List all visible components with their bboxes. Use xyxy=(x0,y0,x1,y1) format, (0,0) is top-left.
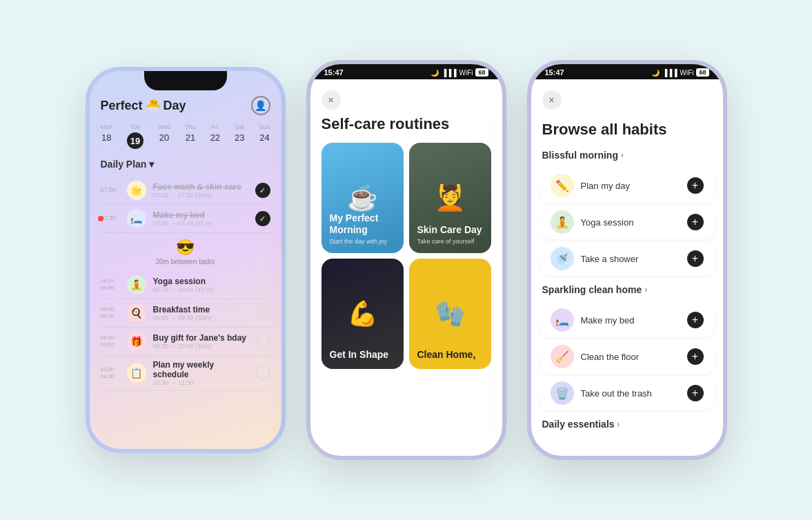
habit-icon-floor: 🧹 xyxy=(551,345,574,368)
section-daily-essentials[interactable]: Daily essentials › xyxy=(531,416,723,435)
daily-plan-label: Daily Plan xyxy=(101,159,147,170)
app-title: Perfect 🐣 Day xyxy=(101,98,186,113)
habit-icon-yoga: 🧘 xyxy=(551,210,574,234)
task-check[interactable] xyxy=(255,334,270,349)
self-care-title: Self-care routines xyxy=(310,115,502,143)
card-subtitle: Take care of yourself xyxy=(417,238,483,245)
task-info: Make my bed 07:30 → 07:45 (15 m) xyxy=(153,210,248,227)
cal-day-tue[interactable]: Tue 19 xyxy=(127,123,143,149)
task-check[interactable] xyxy=(255,306,270,321)
cal-label: Sat xyxy=(235,123,245,130)
chevron-down-icon: ▾ xyxy=(149,159,154,170)
habit-icon-shower: 🚿 xyxy=(551,247,574,270)
chick-emoji: 🐣 xyxy=(146,98,161,113)
moon-icon-3: 🌙 xyxy=(651,69,660,77)
card-title: Skin Care Day xyxy=(417,224,483,236)
section-clean-home[interactable]: Sparkling clean home › xyxy=(531,281,723,301)
card-skincare[interactable]: 💆 Skin Care Day Take care of yourself xyxy=(409,143,491,253)
habit-add-button[interactable]: + xyxy=(687,348,704,365)
phone3-content: × Browse all habits Blissful morning › ✏… xyxy=(531,79,723,441)
habit-take-shower[interactable]: 🚿 Take a shower + xyxy=(539,241,715,276)
task-check[interactable]: ✓ xyxy=(255,211,270,226)
task-gift[interactable]: 09:3010:00 🎁 Buy gift for Jane's bday 09… xyxy=(101,328,270,356)
notch-1 xyxy=(144,71,227,90)
task-time: 07:00 xyxy=(101,186,120,194)
break-label: 30m between tasks xyxy=(155,258,215,266)
habit-name-floor: Clean the floor xyxy=(581,352,680,362)
battery-badge: 68 xyxy=(475,68,488,77)
task-info: Yoga session 08:15 → 09:00 (45 m) xyxy=(153,277,248,293)
task-name: Breakfast time xyxy=(153,305,248,314)
habit-name-trash: Take out the trash xyxy=(581,388,680,399)
task-check[interactable] xyxy=(255,277,270,292)
cal-day-mon[interactable]: Mon 18 xyxy=(101,123,113,149)
chevron-right-icon: › xyxy=(621,150,624,160)
habit-add-button[interactable]: + xyxy=(687,214,704,230)
section-blissful-morning[interactable]: Blissful morning › xyxy=(531,147,723,166)
chevron-right-icon: › xyxy=(617,419,620,429)
task-sub: 07:30 → 07:45 (15 m) xyxy=(153,220,248,227)
task-time: 10:3011:30 xyxy=(101,366,120,381)
task-check[interactable] xyxy=(255,366,270,381)
close-button-2[interactable]: × xyxy=(321,90,341,110)
browse-habits-title: Browse all habits xyxy=(531,115,723,147)
task-make-bed[interactable]: 07:30 🛏️ Make my bed 07:30 → 07:45 (15 m… xyxy=(101,205,270,233)
card-title: Get In Shape xyxy=(330,349,395,361)
task-info: Plan my weekly schedule 10:30 → 11:30 xyxy=(153,360,248,386)
task-time: 07:30 xyxy=(101,214,120,223)
task-sub: 07:00 → 07:30 (30m) xyxy=(153,192,248,199)
app-header: Perfect 🐣 Day 👤 xyxy=(101,96,270,115)
cal-num: 23 xyxy=(235,132,244,143)
habit-add-button[interactable]: + xyxy=(687,312,704,328)
time-3: 15:47 xyxy=(545,68,564,77)
time-2: 15:47 xyxy=(324,68,344,77)
profile-icon[interactable]: 👤 xyxy=(251,96,270,115)
cal-day-fri[interactable]: Fri 22 xyxy=(210,123,220,149)
status-icons-3: 🌙 ▐▐▐ WiFi 68 xyxy=(651,68,709,77)
cal-label: Thu xyxy=(185,123,196,130)
habit-plan-my-day[interactable]: ✏️ Plan my day + xyxy=(539,168,715,203)
task-yoga[interactable]: 08:1509:00 🧘 Yoga session 08:15 → 09:00 … xyxy=(101,271,270,299)
habit-make-bed[interactable]: 🛏️ Make my bed + xyxy=(539,303,715,337)
cal-num: 21 xyxy=(186,132,195,143)
phone1-content: Perfect 🐣 Day 👤 Mon 18 Tue 19 Wed 20 Thu xyxy=(90,90,281,397)
sunglasses-emoji: 😎 xyxy=(176,239,195,257)
daily-plan-header[interactable]: Daily Plan ▾ xyxy=(101,159,270,170)
cal-num: 20 xyxy=(159,132,169,143)
task-info: Face wash & skin care 07:00 → 07:30 (30m… xyxy=(153,182,248,199)
cal-day-sat[interactable]: Sat 23 xyxy=(235,123,244,149)
close-button-3[interactable]: × xyxy=(542,90,562,110)
task-icon: 📋 xyxy=(127,363,146,383)
habit-clean-floor[interactable]: 🧹 Clean the floor + xyxy=(539,339,715,374)
task-sub: 09:30 → 10:00 (30m) xyxy=(153,343,248,350)
habit-add-button[interactable]: + xyxy=(687,250,704,267)
face-icon: 💆 xyxy=(435,183,466,212)
task-name: Plan my weekly schedule xyxy=(153,360,248,379)
habit-take-out-trash[interactable]: 🗑️ Take out the trash + xyxy=(539,376,715,410)
cal-day-sun[interactable]: Sun 24 xyxy=(259,123,270,149)
cal-label: Fri xyxy=(212,123,219,130)
task-breakfast[interactable]: 09:0009:30 🍳 Breakfast time 09:00 → 09:3… xyxy=(101,299,270,328)
task-check[interactable]: ✓ xyxy=(255,183,270,198)
task-weekly-plan[interactable]: 10:3011:30 📋 Plan my weekly schedule 10:… xyxy=(101,356,270,391)
section-title-text: Sparkling clean home xyxy=(542,284,642,295)
habit-icon-plan: ✏️ xyxy=(551,174,574,197)
signal-icon: ▐▐▐ xyxy=(442,69,456,77)
cal-label: Mon xyxy=(101,123,113,130)
habit-add-button[interactable]: + xyxy=(687,177,704,194)
habit-yoga[interactable]: 🧘 Yoga session + xyxy=(539,205,715,239)
card-title: My Perfect Morning xyxy=(330,212,395,236)
status-bar-2: 15:47 🌙 ▐▐▐ WiFi 68 xyxy=(310,64,502,79)
task-face-wash[interactable]: 07:00 🌟 Face wash & skin care 07:00 → 07… xyxy=(101,177,270,205)
signal-icon-3: ▐▐▐ xyxy=(662,69,677,77)
task-time: 08:1509:00 xyxy=(101,278,120,292)
card-morning[interactable]: ☕ My Perfect Morning Start the day with … xyxy=(321,143,404,253)
card-clean[interactable]: 🧤 Clean Home, xyxy=(409,259,491,369)
cal-day-thu[interactable]: Thu 21 xyxy=(185,123,196,149)
habit-add-button[interactable]: + xyxy=(687,385,704,401)
chevron-right-icon: › xyxy=(644,285,647,294)
task-info: Breakfast time 09:00 → 09:30 (30m) xyxy=(153,305,248,321)
cal-day-wed[interactable]: Wed 20 xyxy=(158,123,170,149)
card-fitness[interactable]: 💪 Get In Shape xyxy=(321,259,404,369)
cal-num: 22 xyxy=(210,132,220,143)
